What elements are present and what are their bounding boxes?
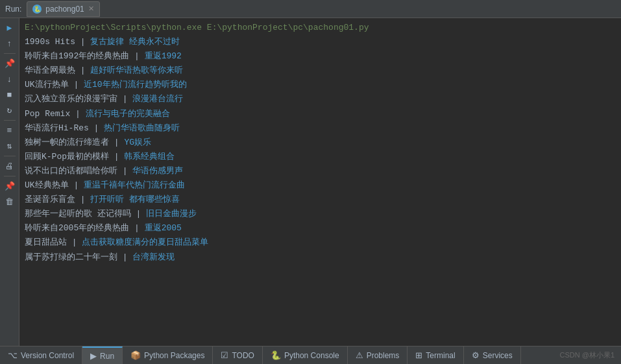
version-control-label: Version Control bbox=[21, 351, 74, 360]
run-icon: ▶ bbox=[90, 351, 97, 361]
output-line: 说不出口的话都唱给你听 | 华语伤感男声 bbox=[25, 164, 616, 178]
watermark: CSDN @林小果1 bbox=[553, 346, 621, 364]
left-toolbar: ▶ ↑ 📌 ↓ ■ ↻ ≡ ⇅ 🖨 📌 🗑 bbox=[0, 18, 19, 346]
services-icon: ⚙ bbox=[472, 350, 480, 360]
output-line: 华语全网最热 | 超好听华语热歌等你来听 bbox=[25, 64, 616, 78]
main-area: ▶ ↑ 📌 ↓ ■ ↻ ≡ ⇅ 🖨 📌 🗑 E:\pythonProject\S… bbox=[0, 18, 621, 346]
output-line: 回顾K-Pop最初的模样 | 韩系经典组合 bbox=[25, 150, 616, 164]
status-item-problems[interactable]: ⚠Problems bbox=[348, 346, 408, 364]
python-packages-icon: 📦 bbox=[130, 350, 141, 360]
status-items-container: ⌥Version Control▶Run📦Python Packages☑TOD… bbox=[0, 346, 521, 364]
run-label: Run bbox=[100, 352, 114, 361]
output-line: UK流行热单 | 近10年热门流行趋势听我的 bbox=[25, 78, 616, 92]
status-item-run[interactable]: ▶Run bbox=[82, 346, 123, 364]
todo-icon: ☑ bbox=[221, 350, 228, 360]
output-line: 华语流行Hi-Res | 热门华语歌曲随身听 bbox=[25, 121, 616, 136]
pin2-button[interactable]: 📌 bbox=[3, 179, 17, 193]
pin-button[interactable]: 📌 bbox=[3, 56, 17, 71]
python-tab-icon: 🐍 bbox=[32, 5, 42, 14]
python-console-label: Python Console bbox=[284, 351, 339, 360]
output-line: 沉入独立音乐的浪漫宇宙 | 浪漫港台流行 bbox=[25, 92, 616, 106]
output-line: UK经典热单 | 重温千禧年代热门流行金曲 bbox=[25, 178, 616, 193]
output-line: 圣诞音乐盲盒 | 打开听听 都有哪些惊喜 bbox=[25, 193, 616, 207]
status-item-python-packages[interactable]: 📦Python Packages bbox=[123, 346, 213, 364]
status-item-python-console[interactable]: 🐍Python Console bbox=[263, 346, 348, 364]
down-button[interactable]: ↓ bbox=[3, 72, 17, 86]
status-item-services[interactable]: ⚙Services bbox=[464, 346, 521, 364]
tab-pachong01[interactable]: 🐍 pachong01 ✕ bbox=[27, 1, 99, 17]
run-label: Run: bbox=[5, 5, 21, 14]
python-console-icon: 🐍 bbox=[271, 350, 281, 360]
problems-label: Problems bbox=[367, 351, 400, 360]
terminal-label: Terminal bbox=[426, 351, 455, 360]
python-packages-label: Python Packages bbox=[144, 351, 204, 360]
toolbar-separator-3 bbox=[4, 156, 16, 156]
filter-button[interactable]: ⇅ bbox=[3, 139, 17, 153]
rerun-button[interactable]: ↻ bbox=[3, 103, 17, 117]
output-line: 独树一帜的流行缔造者 | YG娱乐 bbox=[25, 136, 616, 150]
todo-label: TODO bbox=[232, 351, 254, 360]
problems-icon: ⚠ bbox=[356, 350, 363, 360]
toolbar-separator-2 bbox=[4, 120, 16, 121]
output-line: 聆听来自1992年的经典热曲 | 重返1992 bbox=[25, 49, 616, 64]
print-button[interactable]: 🖨 bbox=[3, 159, 17, 173]
output-line: 夏日甜品站 | 点击获取糖度满分的夏日甜品菜单 bbox=[25, 236, 616, 250]
output-line: Pop Remix | 流行与电子的完美融合 bbox=[25, 107, 616, 121]
status-bar: ⌥Version Control▶Run📦Python Packages☑TOD… bbox=[0, 346, 621, 364]
toolbar-separator-4 bbox=[4, 176, 16, 176]
services-label: Services bbox=[483, 351, 513, 360]
tab-bar: Run: 🐍 pachong01 ✕ bbox=[0, 0, 621, 18]
tab-close-button[interactable]: ✕ bbox=[88, 5, 94, 13]
cmd-line: E:\pythonProject\Scripts\python.exe E:\p… bbox=[25, 21, 616, 35]
version-control-icon: ⌥ bbox=[8, 350, 18, 360]
status-item-terminal[interactable]: ⊞Terminal bbox=[408, 346, 463, 364]
tab-name: pachong01 bbox=[45, 5, 84, 14]
play-button[interactable]: ▶ bbox=[3, 21, 17, 35]
lines-button[interactable]: ≡ bbox=[3, 123, 17, 138]
output-lines: 1990s Hits | 复古旋律 经典永不过时聆听来自1992年的经典热曲 |… bbox=[25, 35, 616, 265]
up-button[interactable]: ↑ bbox=[3, 36, 17, 51]
output-line: 1990s Hits | 复古旋律 经典永不过时 bbox=[25, 35, 616, 49]
status-item-version-control[interactable]: ⌥Version Control bbox=[0, 346, 82, 364]
output-area[interactable]: E:\pythonProject\Scripts\python.exe E:\p… bbox=[19, 18, 621, 346]
output-line: 那些年一起听的歌 还记得吗 | 旧日金曲漫步 bbox=[25, 207, 616, 221]
toolbar-separator-1 bbox=[4, 53, 16, 54]
output-line: 聆听来自2005年的经典热曲 | 重返2005 bbox=[25, 221, 616, 236]
stop-button[interactable]: ■ bbox=[3, 88, 17, 102]
terminal-icon: ⊞ bbox=[415, 350, 422, 360]
delete-button[interactable]: 🗑 bbox=[3, 195, 17, 209]
status-item-todo[interactable]: ☑TODO bbox=[213, 346, 262, 364]
output-line: 属于苏打绿的二十年一刻 | 台湾新发现 bbox=[25, 250, 616, 265]
